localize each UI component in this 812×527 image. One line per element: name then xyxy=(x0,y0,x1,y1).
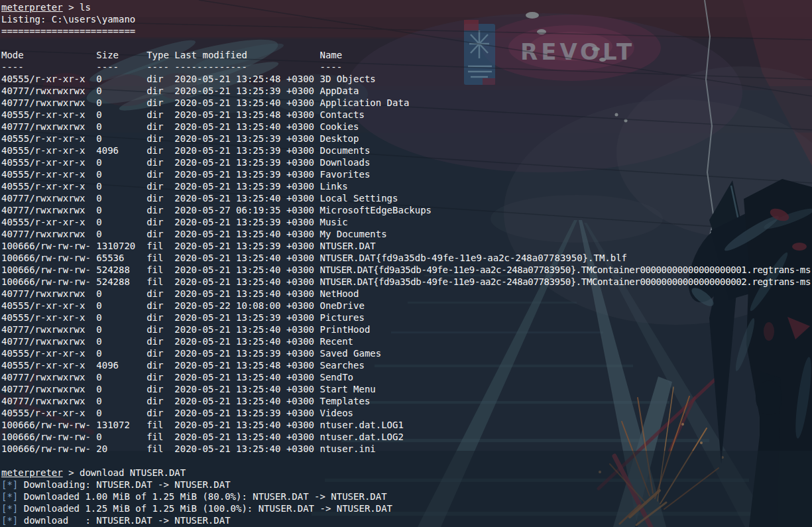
terminal-line: Mode Size Type Last modified Name xyxy=(1,49,812,61)
cell-mode: 40777/rwxrwxrwx xyxy=(1,372,96,382)
cell-name: Contacts xyxy=(319,109,364,120)
prompt-label: meterpreter xyxy=(1,2,63,13)
cell-mode: 100666/rw-rw-rw- xyxy=(1,241,96,251)
cell-mode: 40777/rwxrwxrwx xyxy=(1,97,96,108)
cell-name: ntuser.dat.LOG1 xyxy=(319,420,403,430)
cell-modified: 2020-05-21 13:25:40 +0300 xyxy=(174,396,319,406)
column-header-size: Size xyxy=(96,50,146,60)
table-row: 100666/rw-rw-rw- 20 fil 2020-05-21 13:25… xyxy=(1,443,812,455)
cell-modified: 2020-05-21 13:25:39 +0300 xyxy=(174,217,319,227)
cell-modified: 2020-05-21 13:25:39 +0300 xyxy=(174,169,319,180)
cell-mode: 40555/r-xr-xr-x xyxy=(1,169,96,180)
cell-modified: 2020-05-22 10:08:00 +0300 xyxy=(174,300,319,311)
cell-modified: 2020-05-21 13:25:39 +0300 xyxy=(174,133,319,144)
prompt-separator: > xyxy=(63,467,80,478)
cell-name: Desktop xyxy=(319,133,359,144)
cell-modified: 2020-05-21 13:25:48 +0300 xyxy=(174,109,319,120)
column-header-mode: Mode xyxy=(1,50,96,60)
column-header-dashes: ---- xyxy=(319,62,342,72)
cell-modified: 2020-05-27 06:19:35 +0300 xyxy=(174,205,319,215)
cell-size: 0 xyxy=(96,74,146,84)
table-row: 40555/r-xr-xr-x 4096 dir 2020-05-21 13:2… xyxy=(1,145,812,156)
cell-name: NTUSER.DAT xyxy=(319,241,375,251)
table-row: 100666/rw-rw-rw- 0 fil 2020-05-21 13:25:… xyxy=(1,431,812,443)
cell-type: dir xyxy=(146,229,174,239)
cell-type: dir xyxy=(146,109,174,120)
cell-size: 0 xyxy=(96,336,146,347)
cell-mode: 40555/r-xr-xr-x xyxy=(1,145,96,156)
cell-mode: 100666/rw-rw-rw- xyxy=(1,420,96,430)
cell-modified: 2020-05-21 13:25:40 +0300 xyxy=(174,432,319,442)
cell-mode: 40555/r-xr-xr-x xyxy=(1,217,96,227)
cell-size: 0 xyxy=(96,324,146,335)
table-row: 40555/r-xr-xr-x 0 dir 2020-05-21 13:25:3… xyxy=(1,180,812,192)
cell-type: dir xyxy=(146,133,174,144)
cell-mode: 40555/r-xr-xr-x xyxy=(1,300,96,311)
cell-name: NetHood xyxy=(319,288,359,299)
cell-type: dir xyxy=(146,312,174,323)
cell-modified: 2020-05-21 13:25:48 +0300 xyxy=(174,360,319,371)
cell-name: Local Settings xyxy=(319,193,398,204)
cell-mode: 40777/rwxrwxrwx xyxy=(1,384,96,394)
cell-name: Favorites xyxy=(319,169,370,180)
cell-mode: 40555/r-xr-xr-x xyxy=(1,74,96,84)
cell-name: Pictures xyxy=(319,312,364,323)
cell-type: dir xyxy=(146,408,174,418)
cell-size: 0 xyxy=(96,300,146,311)
table-row: 100666/rw-rw-rw- 524288 fil 2020-05-21 1… xyxy=(1,264,812,276)
cell-type: fil xyxy=(146,420,174,430)
cell-modified: 2020-05-21 13:25:39 +0300 xyxy=(174,157,319,168)
cell-mode: 100666/rw-rw-rw- xyxy=(1,264,96,275)
table-row: 100666/rw-rw-rw- 524288 fil 2020-05-21 1… xyxy=(1,276,812,288)
cell-type: dir xyxy=(146,336,174,347)
cell-modified: 2020-05-21 13:25:40 +0300 xyxy=(174,420,319,430)
cell-size: 524288 xyxy=(96,276,146,287)
cell-type: fil xyxy=(146,443,174,454)
cell-mode: 40777/rwxrwxrwx xyxy=(1,288,96,299)
cell-size: 0 xyxy=(96,432,146,442)
table-row: 40555/r-xr-xr-x 0 dir 2020-05-21 13:25:3… xyxy=(1,168,812,180)
column-header-dashes: ------------- xyxy=(174,62,319,72)
cell-mode: 40555/r-xr-xr-x xyxy=(1,109,96,120)
table-row: 40777/rwxrwxrwx 0 dir 2020-05-27 06:19:3… xyxy=(1,204,812,216)
cell-name: Links xyxy=(319,181,347,192)
cell-size: 1310720 xyxy=(96,241,146,251)
cell-name: OneDrive xyxy=(319,300,364,311)
cell-name: AppData xyxy=(319,86,359,96)
cell-modified: 2020-05-21 13:25:40 +0300 xyxy=(174,443,319,454)
cell-name: NTUSER.DAT{fd9a35db-49fe-11e9-aa2c-248a0… xyxy=(319,276,810,287)
listing-title: Listing: C:\users\yamano xyxy=(1,14,135,25)
cell-modified: 2020-05-21 13:25:39 +0300 xyxy=(174,145,319,156)
table-row: 40777/rwxrwxrwx 0 dir 2020-05-21 13:25:3… xyxy=(1,85,812,97)
cell-modified: 2020-05-21 13:25:39 +0300 xyxy=(174,181,319,192)
cell-name: ntuser.dat.LOG2 xyxy=(319,432,403,442)
cell-modified: 2020-05-21 13:25:39 +0300 xyxy=(174,408,319,418)
cell-name: 3D Objects xyxy=(319,74,375,84)
table-row: 40555/r-xr-xr-x 0 dir 2020-05-21 13:25:3… xyxy=(1,347,812,359)
cell-mode: 100666/rw-rw-rw- xyxy=(1,443,96,454)
cell-mode: 40555/r-xr-xr-x xyxy=(1,157,96,168)
cell-mode: 40777/rwxrwxrwx xyxy=(1,336,96,347)
cell-modified: 2020-05-21 13:25:40 +0300 xyxy=(174,264,319,275)
cell-mode: 40555/r-xr-xr-x xyxy=(1,348,96,359)
cell-mode: 40555/r-xr-xr-x xyxy=(1,181,96,192)
cell-type: dir xyxy=(146,145,174,156)
cell-size: 0 xyxy=(96,205,146,215)
table-row: 40555/r-xr-xr-x 0 dir 2020-05-21 13:25:3… xyxy=(1,407,812,419)
cell-size: 0 xyxy=(96,109,146,120)
table-row: 40555/r-xr-xr-x 0 dir 2020-05-22 10:08:0… xyxy=(1,300,812,312)
cell-size: 0 xyxy=(96,169,146,180)
terminal-line xyxy=(1,37,812,49)
log-info-prefix: [*] xyxy=(1,491,18,502)
terminal-line: Listing: C:\users\yamano xyxy=(1,13,812,25)
cell-modified: 2020-05-21 13:25:39 +0300 xyxy=(174,86,319,96)
cell-modified: 2020-05-21 13:25:40 +0300 xyxy=(174,97,319,108)
log-message: download : NTUSER.DAT -> NTUSER.DAT xyxy=(18,515,230,526)
listing-title-underline: ======================== xyxy=(1,26,135,36)
cell-modified: 2020-05-21 13:25:40 +0300 xyxy=(174,193,319,204)
table-row: 40555/r-xr-xr-x 0 dir 2020-05-21 13:25:3… xyxy=(1,216,812,228)
terminal-line: [*] Downloaded 1.00 MiB of 1.25 MiB (80.… xyxy=(1,491,812,502)
cell-mode: 40777/rwxrwxrwx xyxy=(1,121,96,132)
cell-size: 0 xyxy=(96,229,146,239)
meterpreter-terminal[interactable]: meterpreter > lsListing: C:\users\yamano… xyxy=(1,1,812,527)
